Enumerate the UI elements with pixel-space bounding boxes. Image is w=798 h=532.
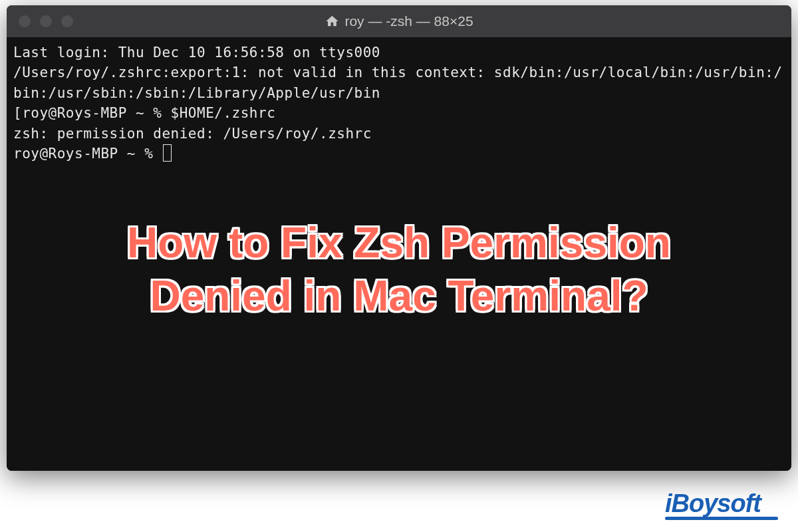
maximize-button[interactable] [61,15,73,27]
minimize-button[interactable] [40,15,52,27]
window-controls [7,15,73,27]
terminal-line-permission-denied: zsh: permission denied: /Users/roy/.zshr… [13,124,785,144]
terminal-window: roy — -zsh — 88×25 Last login: Thu Dec 1… [7,5,791,471]
prompt-1: [roy@Roys-MBP ~ % [13,105,171,121]
window-title-container: roy — -zsh — 88×25 [325,13,473,29]
window-title: roy — -zsh — 88×25 [344,13,473,29]
close-button[interactable] [19,15,31,27]
terminal-line-command: [roy@Roys-MBP ~ % $HOME/.zshrc [13,103,785,123]
home-folder-icon [325,14,339,29]
terminal-line-error-1: /Users/roy/.zshrc:export:1: not valid in… [13,63,785,82]
title-bar[interactable]: roy — -zsh — 88×25 [7,5,791,37]
brand-logo: iBoysoft [665,489,778,520]
terminal-line-prompt-current: roy@Roys-MBP ~ % [13,144,785,164]
terminal-output-area[interactable]: Last login: Thu Dec 10 16:56:58 on ttys0… [7,37,791,471]
prompt-2: roy@Roys-MBP ~ % [13,146,162,162]
terminal-line-error-2: bin:/usr/sbin:/sbin:/Library/Apple/usr/b… [13,83,785,103]
command-text: $HOME/.zshrc [171,105,276,121]
terminal-line-last-login: Last login: Thu Dec 10 16:56:58 on ttys0… [13,43,785,63]
brand-name: iBoysoft [665,489,761,517]
terminal-cursor [163,144,172,162]
